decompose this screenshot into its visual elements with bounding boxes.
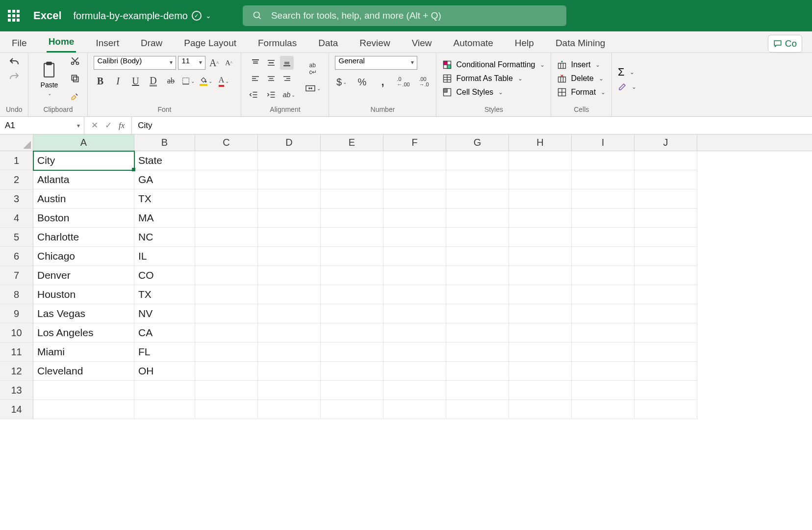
cell-b4[interactable]: MA bbox=[134, 209, 195, 228]
format-painter-button[interactable] bbox=[69, 90, 81, 103]
underline-button[interactable]: U bbox=[129, 75, 142, 87]
align-center-button[interactable] bbox=[264, 72, 278, 85]
merge-button[interactable]: ⌄ bbox=[303, 82, 323, 95]
name-box[interactable]: A1 bbox=[0, 117, 84, 134]
cell-c12[interactable] bbox=[195, 362, 258, 381]
cell-j3[interactable] bbox=[634, 189, 697, 209]
column-header-e[interactable]: E bbox=[321, 134, 383, 151]
cell-d5[interactable] bbox=[258, 228, 321, 247]
cell-a10[interactable]: Los Angeles bbox=[33, 323, 134, 343]
cell-j4[interactable] bbox=[634, 209, 697, 228]
align-bottom-button[interactable] bbox=[280, 56, 294, 70]
comments-button[interactable]: Co bbox=[768, 35, 802, 53]
tab-help[interactable]: Help bbox=[513, 33, 536, 53]
cell-h9[interactable] bbox=[509, 304, 572, 323]
cell-e9[interactable] bbox=[321, 304, 383, 323]
row-header[interactable]: 9 bbox=[0, 304, 33, 323]
row-header[interactable]: 7 bbox=[0, 266, 33, 285]
cell-c3[interactable] bbox=[195, 189, 258, 209]
cell-h10[interactable] bbox=[509, 323, 572, 343]
column-header-i[interactable]: I bbox=[572, 134, 634, 151]
cell-e14[interactable] bbox=[321, 400, 383, 419]
cell-e1[interactable] bbox=[321, 151, 383, 170]
clear-button[interactable]: ⌄ bbox=[618, 82, 636, 91]
cell-e2[interactable] bbox=[321, 170, 383, 189]
cell-b13[interactable] bbox=[134, 381, 195, 400]
tab-view[interactable]: View bbox=[410, 33, 434, 53]
cell-g11[interactable] bbox=[446, 343, 509, 362]
cell-d13[interactable] bbox=[258, 381, 321, 400]
cell-b3[interactable]: TX bbox=[134, 189, 195, 209]
cell-b1[interactable]: State bbox=[134, 151, 195, 170]
cell-e4[interactable] bbox=[321, 209, 383, 228]
row-header[interactable]: 8 bbox=[0, 285, 33, 304]
cell-g10[interactable] bbox=[446, 323, 509, 343]
cut-button[interactable] bbox=[69, 54, 81, 67]
cell-f8[interactable] bbox=[383, 285, 446, 304]
grow-font-button[interactable]: A^ bbox=[207, 56, 220, 69]
tab-data-mining[interactable]: Data Mining bbox=[554, 33, 607, 53]
cell-d14[interactable] bbox=[258, 400, 321, 419]
copy-button[interactable] bbox=[69, 72, 81, 85]
insert-cells-button[interactable]: Insert⌄ bbox=[557, 60, 606, 70]
cell-g14[interactable] bbox=[446, 400, 509, 419]
font-color-button[interactable]: A⌄ bbox=[217, 75, 230, 87]
cell-d11[interactable] bbox=[258, 343, 321, 362]
cell-i4[interactable] bbox=[572, 209, 634, 228]
cell-i2[interactable] bbox=[572, 170, 634, 189]
row-header[interactable]: 10 bbox=[0, 323, 33, 343]
cell-i13[interactable] bbox=[572, 381, 634, 400]
cell-j8[interactable] bbox=[634, 285, 697, 304]
cell-h1[interactable] bbox=[509, 151, 572, 170]
cell-c13[interactable] bbox=[195, 381, 258, 400]
cell-f9[interactable] bbox=[383, 304, 446, 323]
tab-page-layout[interactable]: Page Layout bbox=[182, 33, 238, 53]
tab-data[interactable]: Data bbox=[316, 33, 340, 53]
cell-j1[interactable] bbox=[634, 151, 697, 170]
column-header-j[interactable]: J bbox=[634, 134, 697, 151]
cell-i3[interactable] bbox=[572, 189, 634, 209]
cell-c5[interactable] bbox=[195, 228, 258, 247]
cell-h12[interactable] bbox=[509, 362, 572, 381]
cell-g5[interactable] bbox=[446, 228, 509, 247]
cell-a14[interactable] bbox=[33, 400, 134, 419]
row-header[interactable]: 3 bbox=[0, 189, 33, 209]
cell-f12[interactable] bbox=[383, 362, 446, 381]
cell-c14[interactable] bbox=[195, 400, 258, 419]
cell-b2[interactable]: GA bbox=[134, 170, 195, 189]
cell-f1[interactable] bbox=[383, 151, 446, 170]
row-header[interactable]: 4 bbox=[0, 209, 33, 228]
cell-c10[interactable] bbox=[195, 323, 258, 343]
cell-f6[interactable] bbox=[383, 247, 446, 266]
cell-h4[interactable] bbox=[509, 209, 572, 228]
cell-j9[interactable] bbox=[634, 304, 697, 323]
increase-decimal-button[interactable]: .0←.00 bbox=[397, 76, 409, 88]
cell-j7[interactable] bbox=[634, 266, 697, 285]
tab-home[interactable]: Home bbox=[47, 31, 76, 53]
app-launcher[interactable] bbox=[6, 8, 22, 24]
fill-color-button[interactable]: ⌄ bbox=[200, 75, 212, 87]
cell-h6[interactable] bbox=[509, 247, 572, 266]
cell-d8[interactable] bbox=[258, 285, 321, 304]
cell-a2[interactable]: Atlanta bbox=[33, 170, 134, 189]
tab-review[interactable]: Review bbox=[357, 33, 392, 53]
autosum-button[interactable]: Σ⌄ bbox=[618, 66, 636, 79]
cell-c1[interactable] bbox=[195, 151, 258, 170]
cell-h13[interactable] bbox=[509, 381, 572, 400]
search-input[interactable]: Search for tools, help, and more (Alt + … bbox=[243, 5, 566, 26]
cell-f5[interactable] bbox=[383, 228, 446, 247]
cell-c8[interactable] bbox=[195, 285, 258, 304]
cell-i9[interactable] bbox=[572, 304, 634, 323]
cell-b8[interactable]: TX bbox=[134, 285, 195, 304]
cell-g13[interactable] bbox=[446, 381, 509, 400]
document-name[interactable]: formula-by-example-demo ✓ ⌄ bbox=[74, 10, 211, 22]
cell-d2[interactable] bbox=[258, 170, 321, 189]
cell-b10[interactable]: CA bbox=[134, 323, 195, 343]
cell-i11[interactable] bbox=[572, 343, 634, 362]
tab-insert[interactable]: Insert bbox=[94, 33, 121, 53]
cell-i8[interactable] bbox=[572, 285, 634, 304]
font-name-select[interactable]: Calibri (Body) bbox=[94, 56, 176, 70]
decrease-decimal-button[interactable]: .00→.0 bbox=[417, 76, 430, 88]
tab-automate[interactable]: Automate bbox=[451, 33, 495, 53]
cell-b11[interactable]: FL bbox=[134, 343, 195, 362]
